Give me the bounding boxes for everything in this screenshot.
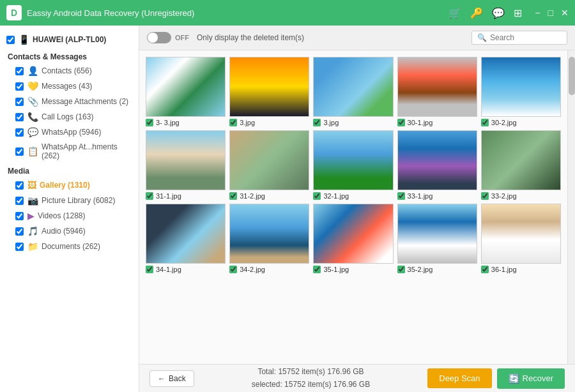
- photo-checkbox[interactable]: [313, 192, 321, 200]
- device-row[interactable]: 📱 HUAWEI (ALP-TL00): [0, 31, 139, 49]
- sidebar-item-picture-library[interactable]: 📷 Picture Library (6082): [0, 193, 139, 208]
- back-arrow-icon: ←: [158, 374, 165, 383]
- videos-checkbox[interactable]: [15, 212, 24, 220]
- sidebar-item-contacts[interactable]: 👤 Contacts (656): [0, 63, 139, 79]
- photo-checkbox[interactable]: [146, 192, 153, 200]
- gallery-label: Gallery (1310): [40, 181, 90, 190]
- gallery-checkbox[interactable]: [15, 181, 24, 190]
- whatsapp-attach-checkbox[interactable]: [15, 147, 24, 156]
- scrollbar-thumb[interactable]: [569, 57, 575, 95]
- back-button[interactable]: ← Back: [150, 370, 194, 387]
- sidebar-item-attachments[interactable]: 📎 Message Attachments (2): [0, 94, 139, 109]
- photo-thumbnail[interactable]: [397, 204, 477, 264]
- photo-thumbnail[interactable]: [313, 57, 393, 117]
- photo-checkbox[interactable]: [397, 266, 405, 273]
- sidebar-item-messages[interactable]: 💛 Messages (43): [0, 79, 139, 94]
- sidebar-item-calllogs[interactable]: 📞 Call Logs (163): [0, 109, 139, 124]
- photo-checkbox[interactable]: [481, 192, 489, 200]
- search-input[interactable]: [490, 33, 562, 42]
- photo-checkbox[interactable]: [481, 266, 489, 273]
- contacts-label: Contacts (656): [42, 66, 92, 75]
- audio-checkbox[interactable]: [15, 227, 24, 236]
- photo-checkbox[interactable]: [146, 119, 153, 126]
- toggle-track[interactable]: [147, 32, 171, 43]
- calllogs-label: Call Logs (163): [42, 112, 93, 121]
- photo-thumbnail[interactable]: [229, 130, 309, 190]
- photo-label: 34-2.jpg: [229, 266, 265, 273]
- content-with-scroll: 3- 3.jpg3.jpg3.jpg30-1.jpg30-2.jpg31-1.j…: [139, 50, 575, 364]
- grid-icon[interactable]: ⊞: [514, 7, 522, 19]
- search-icon: 🔍: [477, 33, 487, 42]
- audio-icon: 🎵: [27, 226, 38, 236]
- gallery-icon: 🖼: [27, 180, 36, 190]
- sidebar-item-audio[interactable]: 🎵 Audio (5946): [0, 223, 139, 239]
- photo-filename: 30-2.jpg: [491, 119, 517, 126]
- list-item: 35-1.jpg: [313, 204, 393, 273]
- contacts-checkbox[interactable]: [15, 67, 24, 75]
- list-item: 3.jpg: [229, 57, 309, 126]
- photo-checkbox[interactable]: [229, 266, 237, 273]
- attachments-checkbox[interactable]: [15, 98, 24, 106]
- device-checkbox[interactable]: [6, 36, 15, 44]
- photo-thumbnail[interactable]: [229, 57, 309, 117]
- photo-filename: 34-2.jpg: [240, 266, 265, 273]
- photo-thumbnail[interactable]: [397, 57, 477, 117]
- recover-button[interactable]: 🔄 Recover: [497, 368, 565, 389]
- photo-thumbnail[interactable]: [481, 204, 561, 264]
- list-item: 35-2.jpg: [397, 204, 477, 273]
- cart-icon[interactable]: 🛒: [448, 7, 461, 19]
- picture-library-label: Picture Library (6082): [42, 196, 115, 205]
- sidebar-item-videos[interactable]: ▶ Videos (1288): [0, 208, 139, 223]
- photo-thumbnail[interactable]: [146, 130, 226, 190]
- list-item: 34-1.jpg: [146, 204, 226, 273]
- picture-library-icon: 📷: [27, 195, 38, 206]
- search-box[interactable]: 🔍: [471, 31, 567, 45]
- photo-checkbox[interactable]: [481, 119, 489, 126]
- photo-checkbox[interactable]: [397, 119, 405, 126]
- scrollbar-track[interactable]: [567, 50, 575, 364]
- toggle-switch[interactable]: OFF: [147, 32, 189, 43]
- photo-thumbnail[interactable]: [481, 130, 561, 190]
- photo-thumbnail[interactable]: [313, 130, 393, 190]
- list-item: 31-1.jpg: [146, 130, 226, 200]
- photo-checkbox[interactable]: [397, 192, 405, 200]
- photo-label: 33-1.jpg: [397, 192, 433, 200]
- photo-thumbnail[interactable]: [313, 204, 393, 264]
- photo-filename: 36-1.jpg: [491, 266, 517, 273]
- minimize-button[interactable]: −: [535, 8, 540, 18]
- toggle-knob: [148, 33, 158, 43]
- key-icon[interactable]: 🔑: [470, 7, 483, 19]
- chat-icon[interactable]: 💬: [492, 7, 505, 19]
- sidebar-item-whatsapp[interactable]: 💬 WhatsApp (5946): [0, 124, 139, 140]
- sidebar-item-documents[interactable]: 📁 Documents (262): [0, 239, 139, 254]
- photo-filename: 3.jpg: [240, 119, 255, 126]
- total-label: Total: 15752 item(s) 176.96 GB: [194, 366, 428, 378]
- whatsapp-checkbox[interactable]: [15, 128, 24, 137]
- messages-checkbox[interactable]: [15, 82, 24, 91]
- photo-checkbox[interactable]: [313, 266, 321, 273]
- photo-label: 35-1.jpg: [313, 266, 349, 273]
- sidebar-item-gallery[interactable]: 🖼 Gallery (1310): [0, 177, 139, 193]
- sidebar-item-whatsapp-attach[interactable]: 📋 WhatsApp At...hments (262): [0, 140, 139, 163]
- maximize-button[interactable]: □: [548, 8, 553, 18]
- photo-thumbnail[interactable]: [229, 204, 309, 264]
- deep-scan-label: Deep Scan: [439, 373, 480, 383]
- photo-filename: 30-1.jpg: [408, 119, 433, 126]
- photo-checkbox[interactable]: [146, 266, 153, 273]
- photo-checkbox[interactable]: [313, 119, 321, 126]
- photo-thumbnail[interactable]: [146, 57, 226, 117]
- documents-checkbox[interactable]: [15, 243, 24, 251]
- calllogs-checkbox[interactable]: [15, 113, 24, 121]
- photo-checkbox[interactable]: [229, 192, 237, 200]
- deep-scan-button[interactable]: Deep Scan: [427, 368, 491, 388]
- list-item: 32-1.jpg: [313, 130, 393, 200]
- photo-grid: 3- 3.jpg3.jpg3.jpg30-1.jpg30-2.jpg31-1.j…: [139, 50, 567, 364]
- close-button[interactable]: ✕: [561, 8, 569, 18]
- photo-thumbnail[interactable]: [397, 130, 477, 190]
- photo-checkbox[interactable]: [229, 119, 237, 126]
- photo-thumbnail[interactable]: [146, 204, 226, 264]
- picture-library-checkbox[interactable]: [15, 197, 24, 205]
- photo-filename: 33-1.jpg: [408, 192, 433, 200]
- photo-thumbnail[interactable]: [481, 57, 561, 117]
- attachments-label: Message Attachments (2): [42, 97, 128, 106]
